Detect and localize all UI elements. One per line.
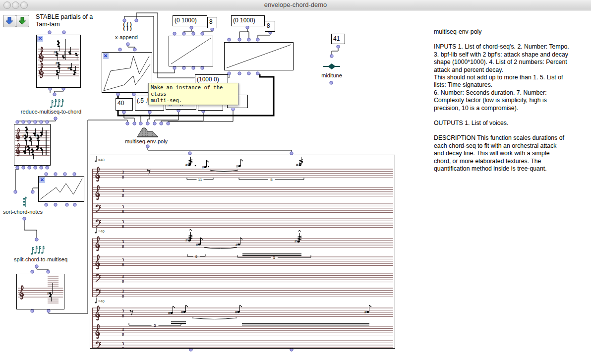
patch-cord[interactable] <box>37 267 48 271</box>
inlet-outlet-dot[interactable] <box>22 121 25 123</box>
inlet-outlet-dot[interactable] <box>139 122 142 125</box>
inlet-outlet-dot[interactable] <box>160 122 163 125</box>
value-box-num-a[interactable]: 8 <box>207 17 217 28</box>
inlet-outlet-dot[interactable] <box>35 265 38 268</box>
split-chord-to-multiseq-icon[interactable] <box>30 242 46 258</box>
inlet-outlet-dot[interactable] <box>126 43 129 46</box>
inlet-outlet-dot[interactable] <box>28 166 31 169</box>
inlet-outlet-dot[interactable] <box>16 121 19 123</box>
patch-canvas[interactable]: STABLE partials of a Tam-tam ✕ ### ### #… <box>0 10 591 364</box>
inlet-outlet-dot[interactable] <box>28 121 31 123</box>
inlet-outlet-dot[interactable] <box>201 32 204 35</box>
patch-cord[interactable] <box>148 147 292 152</box>
inlet-outlet-dot[interactable] <box>16 166 19 169</box>
lock-icon[interactable]: ✕ <box>39 177 45 183</box>
inlet-outlet-dot[interactable] <box>173 66 176 69</box>
inlet-outlet-dot[interactable] <box>256 72 259 75</box>
bpf-attack-box[interactable] <box>169 36 213 66</box>
inlet-outlet-dot[interactable] <box>31 309 34 312</box>
inlet-outlet-dot[interactable] <box>45 203 48 206</box>
inlet-outlet-dot[interactable] <box>146 145 149 148</box>
title-bar[interactable]: envelope-chord-demo <box>0 0 591 10</box>
inlet-outlet-dot[interactable] <box>46 121 49 123</box>
inlet-outlet-dot[interactable] <box>47 270 50 273</box>
multi-seq-box-source[interactable]: ✕ ### <box>36 35 81 88</box>
inlet-outlet-dot[interactable] <box>192 32 195 35</box>
inlet-outlet-dot[interactable] <box>247 38 250 41</box>
inlet-outlet-dot[interactable] <box>54 203 57 206</box>
inlet-outlet-dot[interactable] <box>63 173 66 176</box>
patch-cord[interactable] <box>148 113 150 122</box>
inlet-outlet-dot[interactable] <box>35 238 38 241</box>
inlet-outlet-dot[interactable] <box>122 111 125 114</box>
value-box-num-b[interactable]: 8 <box>265 21 275 32</box>
inlet-outlet-dot[interactable] <box>201 66 204 69</box>
export-button[interactable] <box>16 15 29 27</box>
inlet-outlet-dot[interactable] <box>146 122 149 125</box>
inlet-outlet-dot[interactable] <box>330 81 333 84</box>
inlet-outlet-dot[interactable] <box>256 38 259 41</box>
comment-text[interactable]: STABLE partials of a Tam-tam <box>36 13 93 28</box>
value-box-list-b[interactable]: (0 1000) <box>231 15 265 26</box>
value-box-40[interactable]: 40 <box>116 98 133 111</box>
poly-score-box[interactable]: =4038383838####115=4038383838##9##5=4038… <box>90 155 395 349</box>
inlet-outlet-dot[interactable] <box>73 173 76 176</box>
miditune-icon[interactable] <box>323 61 341 73</box>
bpf-box-small[interactable]: ✕ <box>38 176 84 202</box>
patch-cord[interactable] <box>124 113 134 122</box>
inlet-outlet-dot[interactable] <box>148 111 151 114</box>
inlet-outlet-dot[interactable] <box>192 66 195 69</box>
inlet-outlet-dot[interactable] <box>167 122 170 125</box>
inlet-outlet-dot[interactable] <box>73 203 76 206</box>
inlet-outlet-dot[interactable] <box>34 121 37 123</box>
bpf-decay-box[interactable] <box>224 42 294 70</box>
inlet-outlet-dot[interactable] <box>65 203 68 206</box>
inlet-outlet-dot[interactable] <box>31 270 34 273</box>
inlet-outlet-dot[interactable] <box>173 32 176 35</box>
inlet-outlet-dot[interactable] <box>135 19 138 22</box>
inlet-outlet-dot[interactable] <box>182 32 185 35</box>
inlet-outlet-dot[interactable] <box>22 166 25 169</box>
inlet-outlet-dot[interactable] <box>54 173 57 176</box>
inlet-outlet-dot[interactable] <box>337 45 340 48</box>
inlet-outlet-dot[interactable] <box>190 26 193 29</box>
inlet-outlet-dot[interactable] <box>133 48 136 51</box>
patch-cord[interactable] <box>128 45 135 49</box>
patch-cord[interactable] <box>332 48 338 55</box>
inlet-outlet-dot[interactable] <box>153 122 156 125</box>
inlet-outlet-dot[interactable] <box>48 31 51 34</box>
value-box-list-a[interactable]: (0 1000) <box>173 15 207 26</box>
multi-seq-box-2[interactable]: ### <box>14 124 51 166</box>
inlet-outlet-dot[interactable] <box>238 72 241 75</box>
inlet-outlet-dot[interactable] <box>126 122 129 125</box>
inlet-outlet-dot[interactable] <box>182 66 185 69</box>
inlet-outlet-dot[interactable] <box>247 72 250 75</box>
import-button[interactable] <box>3 15 16 27</box>
inlet-outlet-dot[interactable] <box>34 166 37 169</box>
inlet-outlet-dot[interactable] <box>40 166 43 169</box>
inlet-outlet-dot[interactable] <box>62 31 65 34</box>
chord-box[interactable]: # <box>16 274 64 309</box>
bpf-lib-box[interactable]: ✕ <box>102 52 152 93</box>
inlet-outlet-dot[interactable] <box>31 190 34 193</box>
inlet-outlet-dot[interactable] <box>45 173 48 176</box>
inlet-outlet-dot[interactable] <box>238 38 241 41</box>
inlet-outlet-dot[interactable] <box>14 190 17 193</box>
inlet-outlet-dot[interactable] <box>118 48 121 51</box>
inlet-outlet-dot[interactable] <box>54 117 57 120</box>
patch-cord[interactable] <box>15 168 18 191</box>
x-append-icon[interactable]: (()()) <box>122 23 133 31</box>
lock-icon[interactable]: ✕ <box>103 53 109 59</box>
patch-cord[interactable] <box>161 112 203 122</box>
inlet-outlet-dot[interactable] <box>40 121 43 123</box>
inlet-outlet-dot[interactable] <box>117 93 119 96</box>
inlet-outlet-dot[interactable] <box>47 309 50 312</box>
patch-cord[interactable] <box>55 90 63 93</box>
inlet-outlet-dot[interactable] <box>228 38 231 41</box>
inlet-outlet-dot[interactable] <box>133 122 136 125</box>
inlet-outlet-dot[interactable] <box>46 166 49 169</box>
lock-icon[interactable]: ✕ <box>37 36 43 42</box>
inlet-outlet-dot[interactable] <box>23 217 26 220</box>
patch-cord[interactable] <box>258 33 270 39</box>
inlet-outlet-dot[interactable] <box>330 55 333 58</box>
